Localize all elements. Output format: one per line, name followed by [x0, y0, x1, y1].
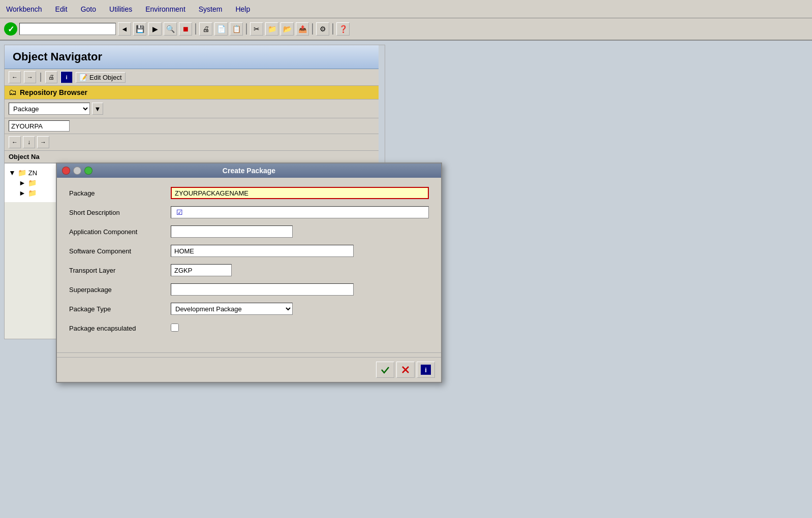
short-desc-display[interactable]: ☑ [171, 206, 429, 218]
toolbar-sep-2 [246, 23, 247, 35]
form-row-package-encapsulated: Package encapsulated [69, 321, 429, 335]
package-dropdown-button[interactable]: ▼ [92, 103, 103, 115]
tree-child1-expand: ► [19, 179, 26, 187]
svg-text:i: i [425, 366, 427, 374]
nav-buttons-row: ← ↓ → [5, 134, 385, 151]
repo-browser-row[interactable]: 🗂 Repository Browser [5, 86, 385, 100]
package-field-label: Package [69, 189, 171, 197]
menu-bar: Workbench Edit Goto Utilities Environmen… [0, 0, 812, 18]
info-nav-button[interactable]: i [60, 71, 73, 83]
package-selector-row: Package ▼ [5, 100, 385, 118]
nav-forward-button[interactable]: → [24, 71, 36, 83]
object-search-input[interactable] [9, 120, 70, 132]
package-encapsulated-label: Package encapsulated [69, 325, 171, 332]
short-desc-check-icon: ☑ [176, 208, 183, 216]
tree-child2-icon: 📁 [28, 189, 37, 197]
dialog-confirm-button[interactable] [376, 362, 394, 378]
toolbar-sep-4 [332, 23, 333, 35]
short-desc-label: Short Description [69, 209, 171, 216]
toolbar-sep-1 [195, 23, 196, 35]
tree-expand-icon: ▼ [9, 169, 16, 177]
back-button[interactable]: ◄ [118, 22, 131, 36]
repo-browser-icon: 🗂 [9, 88, 17, 97]
find-button[interactable]: 🔍 [164, 22, 177, 36]
superpackage-field-wrapper [171, 283, 429, 296]
app-component-input[interactable] [171, 225, 293, 238]
form-row-app-component: Application Component [69, 224, 429, 239]
maximize-button[interactable] [84, 167, 92, 175]
package-input[interactable] [171, 187, 429, 199]
execute-button[interactable]: ▶ [148, 22, 162, 36]
dialog-body: Package Short Description ☑ Application … [57, 178, 441, 348]
stop-button[interactable]: ⏹ [179, 22, 192, 36]
obj-nav-toolbar: ← → 🖨 i 📝 Edit Object [5, 69, 385, 86]
package-encapsulated-field-wrapper [171, 323, 429, 333]
edit-object-label: Edit Object [89, 74, 122, 81]
dialog-info-button[interactable]: i [417, 362, 435, 378]
nav-btn-1[interactable]: ← [9, 136, 21, 148]
app-component-field-wrapper [171, 225, 429, 238]
clipboard2-button[interactable]: 📂 [280, 22, 294, 36]
object-name-label: Object Na [9, 153, 40, 160]
search-row [5, 118, 385, 134]
software-component-field-wrapper [171, 245, 429, 257]
nav-sep-1 [40, 73, 41, 82]
package-type-selector[interactable]: Package [9, 103, 90, 115]
tree-child1-icon: 📁 [28, 179, 37, 187]
print-nav-button[interactable]: 🖨 [45, 71, 57, 83]
menu-workbench[interactable]: Workbench [4, 4, 44, 14]
copy-button[interactable]: 📄 [214, 22, 228, 36]
settings-button[interactable]: ⚙ [316, 22, 329, 36]
menu-edit[interactable]: Edit [53, 4, 70, 14]
export-button[interactable]: 📤 [296, 22, 309, 36]
toolbar: ✓ ◄ 💾 ▶ 🔍 ⏹ 🖨 📄 📋 ✂ 📁 📂 📤 ⚙ ❓ [0, 18, 812, 41]
edit-object-button[interactable]: 📝 Edit Object [76, 72, 126, 83]
minimize-button[interactable] [73, 167, 81, 175]
paste-button[interactable]: 📋 [230, 22, 243, 36]
dialog-footer: i [57, 357, 441, 382]
tree-folder-icon: 📁 [18, 169, 26, 177]
menu-utilities[interactable]: Utilities [107, 4, 134, 14]
superpackage-label: Superpackage [69, 286, 171, 294]
help-button[interactable]: ❓ [336, 22, 350, 36]
form-row-package: Package [69, 186, 429, 200]
transport-layer-label: Transport Layer [69, 267, 171, 274]
status-icon: ✓ [4, 22, 17, 36]
cut-button[interactable]: ✂ [250, 22, 263, 36]
tree-child2-expand: ► [19, 189, 26, 197]
save-button[interactable]: 💾 [133, 22, 146, 36]
clipboard-button[interactable]: 📁 [265, 22, 278, 36]
transport-layer-input[interactable] [171, 264, 232, 276]
tree-root-label: ZN [28, 169, 37, 177]
print-button[interactable]: 🖨 [199, 22, 212, 36]
repo-browser-label: Repository Browser [20, 88, 87, 96]
dialog-title: Create Package [223, 167, 275, 175]
transport-layer-field-wrapper [171, 264, 429, 276]
menu-system[interactable]: System [197, 4, 225, 14]
app-component-label: Application Component [69, 228, 171, 236]
software-component-label: Software Component [69, 247, 171, 255]
close-button[interactable] [62, 167, 70, 175]
toolbar-input[interactable] [19, 23, 116, 35]
package-encapsulated-checkbox[interactable] [171, 323, 179, 332]
obj-nav-header: Object Navigator [5, 45, 385, 69]
menu-environment[interactable]: Environment [143, 4, 188, 14]
superpackage-input[interactable] [171, 283, 354, 296]
nav-btn-2[interactable]: ↓ [23, 136, 35, 148]
edit-object-icon: 📝 [79, 74, 87, 81]
page-title: Object Navigator [13, 50, 102, 63]
package-type-label: Package Type [69, 305, 171, 313]
package-type-select[interactable]: Development Package Main Package Structu… [171, 303, 293, 315]
form-row-transport-layer: Transport Layer [69, 263, 429, 277]
dialog-cancel-button[interactable] [396, 362, 415, 378]
create-package-dialog: Create Package Package Short Description… [56, 163, 442, 383]
package-type-field-wrapper: Development Package Main Package Structu… [171, 303, 429, 315]
object-name-area: Object Na [5, 151, 385, 163]
toolbar-sep-3 [312, 23, 313, 35]
form-row-short-desc: Short Description ☑ [69, 205, 429, 219]
nav-back-button[interactable]: ← [9, 71, 21, 83]
nav-btn-3[interactable]: → [37, 136, 49, 148]
software-component-input[interactable] [171, 245, 354, 257]
menu-help[interactable]: Help [233, 4, 252, 14]
menu-goto[interactable]: Goto [79, 4, 98, 14]
